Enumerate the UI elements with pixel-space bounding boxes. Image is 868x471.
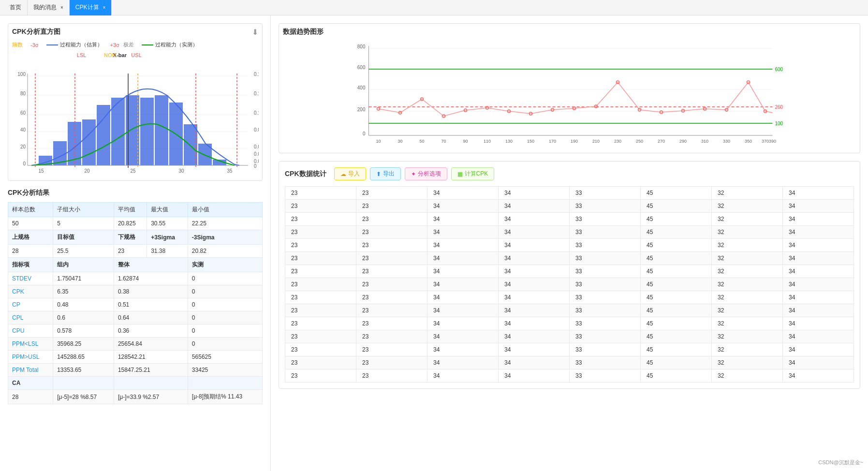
svg-text:210: 210 [592, 139, 600, 144]
table-row: 2323343433453234 [285, 369, 854, 383]
table-row: 2323343433453234 [285, 226, 854, 239]
svg-text:800: 800 [357, 44, 366, 49]
svg-text:190: 190 [571, 139, 578, 144]
svg-text:600: 600 [357, 65, 366, 70]
svg-text:0: 0 [23, 161, 26, 166]
svg-text:290: 290 [679, 139, 687, 144]
cpk-data-title: CPK数据统计 [285, 170, 326, 178]
table-row: 2323343433453234 [285, 304, 854, 317]
legend-process-est: 过程能力（估算） [46, 41, 103, 48]
svg-text:80: 80 [20, 91, 26, 96]
calculate-cpk-button[interactable]: ▦ 计算CPK [451, 167, 495, 180]
svg-rect-23 [82, 119, 96, 165]
metric-ppm-usl: PPM>USL 145288.65 128542.21 565625 [8, 351, 263, 364]
cpk-data-header: CPK数据统计 ☁ 导入 ⬆ 导出 ✦ 分析选项 ▦ 计算CPK [285, 167, 854, 180]
legend-3sigma-left: -3σ [30, 42, 39, 48]
legend-3sigma-right: +3σ 极差 [110, 41, 134, 48]
right-panel: 数据趋势图形 800 600 400 200 0 [271, 15, 868, 471]
close-cpk-tab[interactable]: × [103, 5, 106, 10]
download-histogram-icon[interactable]: ⬇ [252, 28, 258, 37]
svg-text:350: 350 [745, 139, 752, 144]
histogram-section: CPK分析直方图 频数 -3σ 过程能力（估算） +3 [8, 23, 263, 181]
results-table: 样本总数 子组大小 平均值 最大值 最小值 50 5 20.825 30.55 … [8, 202, 263, 404]
analysis-results: CPK分析结果 样本总数 子组大小 平均值 最大值 最小值 50 5 20 [8, 189, 263, 404]
analysis-title: CPK分析结果 [8, 189, 263, 197]
chart-legend: 频数 -3σ 过程能力（估算） +3σ 极差 [12, 41, 198, 48]
calculate-icon: ▦ [457, 171, 463, 177]
svg-text:0.04: 0.04 [254, 151, 259, 157]
svg-text:200: 200 [357, 107, 366, 112]
specs-row: 28 25.5 23 31.38 20.82 [8, 245, 263, 258]
svg-text:10: 10 [376, 139, 381, 144]
header-mean: 平均值 [114, 203, 147, 217]
table-row: 2323343433453234 [285, 187, 854, 200]
svg-text:60: 60 [20, 110, 26, 116]
svg-rect-24 [97, 105, 110, 165]
header-subgroup: 子组大小 [53, 203, 114, 217]
svg-text:330: 330 [723, 139, 730, 144]
export-button[interactable]: ⬆ 导出 [370, 167, 401, 180]
svg-text:400: 400 [357, 85, 366, 90]
svg-text:15: 15 [38, 168, 44, 174]
table-row: 2323343433453234 [285, 239, 854, 252]
last-row: 28 [μ-5]=28 %8.57 [μ-]=33.9 %2.57 [μ-8]预… [8, 390, 263, 404]
svg-text:0: 0 [363, 131, 366, 136]
import-button[interactable]: ☁ 导入 [334, 167, 366, 180]
svg-text:0.1: 0.1 [254, 110, 259, 116]
svg-text:370: 370 [762, 139, 769, 144]
svg-text:30: 30 [178, 168, 184, 174]
svg-text:230: 230 [614, 139, 621, 144]
svg-text:50: 50 [419, 139, 424, 144]
tab-home[interactable]: 首页 [4, 0, 28, 15]
svg-rect-30 [184, 124, 197, 165]
histogram-title: CPK分析直方图 [12, 28, 198, 36]
tab-messages[interactable]: 我的消息 × [28, 0, 70, 15]
usl-label: USL [131, 52, 141, 58]
table-row: 2323343433453234 [285, 200, 854, 213]
svg-text:25: 25 [130, 168, 136, 174]
svg-text:0.12: 0.12 [254, 91, 259, 96]
table-row: 2323343433453234 [285, 317, 854, 330]
analysis-options-button[interactable]: ✦ 分析选项 [405, 167, 447, 180]
svg-text:35: 35 [227, 168, 233, 174]
svg-rect-26 [126, 95, 139, 165]
metric-ppm-lsl: PPM<LSL 35968.25 25654.84 0 [8, 338, 263, 351]
export-icon: ⬆ [376, 171, 381, 177]
svg-text:170: 170 [549, 139, 556, 144]
histogram-svg: 100 80 60 40 20 0 0.14 0.12 0.1 0.08 0.0… [12, 69, 259, 175]
metric-stdev: STDEV 1.750471 1.62874 0 [8, 272, 263, 285]
svg-text:390: 390 [769, 139, 776, 144]
metrics-header-row: 指标项 组内 整体 实测 [8, 258, 263, 272]
svg-text:270: 270 [658, 139, 665, 144]
svg-text:130: 130 [505, 139, 513, 144]
tab-cpk[interactable]: CPK计算 × [70, 0, 112, 15]
metric-cpu: CPU 0.578 0.36 0 [8, 324, 263, 338]
left-panel: CPK分析直方图 频数 -3σ 过程能力（估算） +3 [0, 15, 271, 471]
svg-text:20: 20 [84, 168, 90, 174]
trend-svg: 800 600 400 200 0 600 2 [283, 41, 856, 147]
svg-text:0.06: 0.06 [254, 144, 259, 149]
close-messages-tab[interactable]: × [60, 5, 63, 10]
svg-text:90: 90 [463, 139, 468, 144]
trend-chart-section: 数据趋势图形 800 600 400 200 0 [279, 23, 860, 153]
cpk-data-section: CPK数据统计 ☁ 导入 ⬆ 导出 ✦ 分析选项 ▦ 计算CPK [279, 161, 860, 389]
metric-ppm-total: PPM Total 13353.65 15847.25.21 33425 [8, 364, 263, 377]
table-row: 2323343433453234 [285, 356, 854, 369]
table-row: 2323343433453234 [285, 278, 854, 291]
svg-text:100: 100 [775, 121, 783, 126]
header-min: 最小值 [188, 203, 262, 217]
svg-text:600: 600 [775, 67, 783, 72]
svg-text:0: 0 [254, 163, 257, 169]
header-sample-count: 样本总数 [8, 203, 53, 217]
header-max: 最大值 [147, 203, 188, 217]
table-row: 2323343433453234 [285, 213, 854, 226]
svg-text:70: 70 [441, 139, 446, 144]
svg-text:30: 30 [397, 139, 402, 144]
svg-text:310: 310 [701, 139, 708, 144]
metric-ca: CA [8, 377, 263, 390]
table-row: 2323343433453234 [285, 330, 854, 343]
metric-cp: CP 0.48 0.51 0 [8, 298, 263, 311]
lsl-label: LSL [77, 52, 87, 58]
svg-text:40: 40 [20, 127, 26, 132]
table-row: 2323343433453234 [285, 291, 854, 304]
